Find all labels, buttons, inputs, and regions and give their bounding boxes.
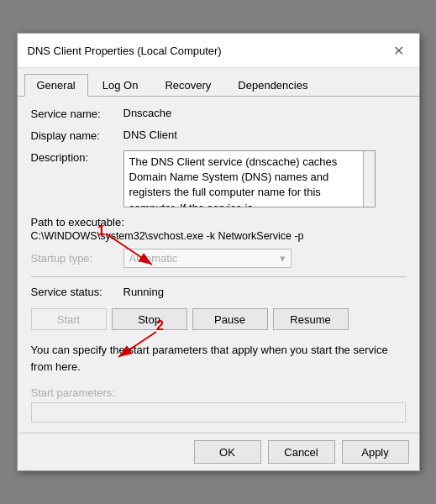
path-label: Path to executable: [31,216,406,228]
description-box: The DNS Client service (dnscache) caches… [123,150,376,207]
pause-button[interactable]: Pause [192,308,268,330]
bottom-bar: OK Cancel Apply [18,433,419,470]
tab-recovery[interactable]: Recovery [152,74,223,97]
service-name-row: Service name: Dnscache [31,107,406,120]
start-button[interactable]: Start [31,308,107,330]
chevron-down-icon: ▾ [280,252,286,265]
startup-type-value: Automatic [129,252,178,265]
service-name-label: Service name: [31,107,123,120]
resume-button[interactable]: Resume [273,308,349,330]
startup-row: Startup type: Automatic ▾ [31,249,406,268]
description-row: Description: The DNS Client service (dns… [31,150,406,207]
display-name-value: DNS Client [123,129,177,141]
tab-dependencies[interactable]: Dependencies [225,74,320,97]
tab-content: Service name: Dnscache Display name: DNS… [18,97,419,433]
stop-button[interactable]: Stop [112,308,187,330]
service-status-label: Service status: [31,286,123,298]
startup-type-combo[interactable]: Automatic ▾ [123,249,292,268]
description-label: Description: [31,150,123,164]
cancel-button[interactable]: Cancel [268,440,335,464]
service-status-row: Service status: Running [31,286,406,298]
service-status-value: Running [123,286,164,298]
path-section: Path to executable: C:\WINDOWS\system32\… [31,216,406,242]
tab-logon[interactable]: Log On [90,74,151,97]
properties-window: DNS Client Properties (Local Computer) ✕… [17,33,420,471]
path-value: C:\WINDOWS\system32\svchost.exe -k Netwo… [31,230,406,242]
tab-general[interactable]: General [24,74,88,97]
startup-type-label: Startup type: [31,252,123,265]
info-text: You can specify the start parameters tha… [31,342,406,375]
description-scrollbar[interactable] [363,151,375,207]
display-name-row: Display name: DNS Client [31,129,406,142]
title-bar: DNS Client Properties (Local Computer) ✕ [18,34,419,68]
description-text: The DNS Client service (dnscache) caches… [129,155,338,207]
service-name-value: Dnscache [123,107,172,119]
divider [31,276,406,277]
display-name-label: Display name: [31,129,123,142]
ok-button[interactable]: OK [194,440,261,464]
tab-bar: General Log On Recovery Dependencies [18,68,419,97]
start-params-label: Start parameters: [31,386,406,399]
close-button[interactable]: ✕ [389,40,409,60]
start-params-input[interactable] [31,402,406,423]
window-title: DNS Client Properties (Local Computer) [28,45,222,57]
apply-button[interactable]: Apply [342,440,409,464]
service-buttons-row: Start Stop Pause Resume [31,308,406,330]
